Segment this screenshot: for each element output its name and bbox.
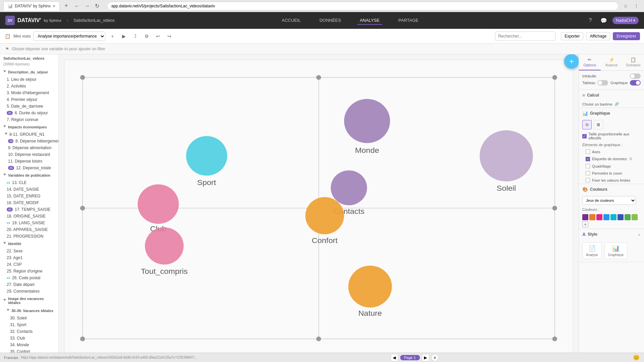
sidebar-item-dep-alim[interactable]: 9. Dépense alimentation [0,144,58,151]
color-swatch-1[interactable] [589,214,595,220]
sidebar-item-cle[interactable]: c113. CLE [0,179,58,186]
fab-add-button[interactable]: + [564,54,579,69]
color-swatch-4[interactable] [610,214,616,220]
project-breadcrumb[interactable]: SatisfactionLac_videos [73,18,115,23]
new-tab-button[interactable]: + [62,2,70,9]
zoom-checkbox[interactable] [586,171,590,175]
page-add-button[interactable]: + [431,354,439,361]
tableau-toggle[interactable] [597,80,608,85]
taille-prop-checkbox[interactable]: ✓ [582,134,587,138]
bookmark-button[interactable]: ☆ [621,2,630,10]
jeux-couleurs-select[interactable]: Jeux de couleurs [582,196,636,205]
color-swatch-2[interactable] [596,214,602,220]
redo-button[interactable]: ↪ [165,32,174,41]
graphique-toggle[interactable] [630,80,641,85]
sidebar-section-description[interactable]: Description_du_séjour [0,68,58,76]
nav-analyse[interactable]: ANALYSE [357,16,382,25]
settings-button[interactable]: ⚙ [142,32,151,41]
page-prev-button[interactable]: ◀ [391,354,398,361]
sidebar-item-commentaires[interactable]: 29. Commentaires [0,288,58,295]
sidebar-item-groupe[interactable]: 8-11. GROUPE_N1 [0,131,58,138]
sidebar-section-image[interactable]: Image des vacances idéales [0,295,58,307]
etiquette-checkbox[interactable]: ✓ [586,157,590,161]
user-badge[interactable]: NadiaCH ▾ [612,17,639,24]
sidebar-item-region-origine[interactable]: 25. Région d'origine [0,268,58,275]
sidebar-section-identite[interactable]: Identité [0,240,58,248]
address-bar[interactable] [107,2,619,10]
sidebar-item-lieu[interactable]: 1. Lieu de séjour [0,76,58,83]
search-input[interactable] [495,32,555,41]
sidebar-section-impacts[interactable]: Impacts économiques [0,123,58,131]
color-swatch-5[interactable] [618,214,624,220]
sidebar-item-duree[interactable]: 456. Durée du séjour [0,110,58,116]
couleurs-header[interactable]: 🎨 Couleurs [579,184,644,195]
axes-checkbox[interactable] [586,149,590,154]
sidebar-item-dep-totale[interactable]: 4512. Depense_totale [0,165,58,171]
exporter-button[interactable]: Exporter [561,32,583,40]
page-next-button[interactable]: ▶ [422,354,429,361]
color-swatch-6[interactable] [625,214,631,220]
reload-button[interactable]: ↻ [93,2,102,10]
quadrillage-checkbox[interactable] [586,164,590,168]
style-card-graphique[interactable]: 📊 Graphique [604,242,628,259]
sidebar-item-date-depart[interactable]: 27. Date départ [0,281,58,288]
nav-accueil[interactable]: ACCUEIL [279,16,303,25]
sidebar-item-hebergement[interactable]: 3. Mode d'hébergement [0,89,58,96]
share-button[interactable]: ⤴ [131,32,140,41]
tab-avance[interactable]: ⚡ Avancé [601,54,623,70]
sidebar-item-activites[interactable]: 2. Activités [0,83,58,89]
sidebar-item-code-postal[interactable]: c126. Code postal [0,275,58,281]
sidebar-item-date-enreg[interactable]: 15. DATE_ENREG [0,193,58,199]
sidebar-item-contacts[interactable]: 32. Contacts [0,328,58,335]
sidebar-section-vacances[interactable]: 30-39. Vacances idéales [0,307,58,315]
tab-scenario[interactable]: 📋 Scénario [622,54,644,70]
style-header[interactable]: A Style ↙ [579,229,644,240]
etiquette-gear[interactable]: ⚙ [629,157,633,161]
forward-button[interactable]: → [83,2,92,10]
affichage-button[interactable]: Affichage [586,32,610,40]
sidebar-item-appareil[interactable]: 20. APPAREIL_SAISIE [0,226,58,233]
sidebar-item-date-modif[interactable]: 16. DATE_MODIF [0,199,58,206]
valeurs-checkbox[interactable] [586,178,590,182]
sidebar-section-variables[interactable]: Variables de publication [0,171,58,179]
extensions-button[interactable]: ⋮ [632,2,641,10]
back-button[interactable]: ← [73,2,82,10]
add-analysis-button[interactable]: + [108,32,117,41]
sidebar-item-lang-saisie[interactable]: c119. LANG_SAISIE [0,220,58,226]
undo-button[interactable]: ↩ [154,32,162,41]
analysis-select[interactable]: Analyse importance/performance [33,32,105,41]
sidebar-item-origine-saisie[interactable]: 18. ORIGINE_SAISIE [0,213,58,220]
color-swatch-3[interactable] [603,214,609,220]
sidebar-item-club[interactable]: 33. Club [0,335,58,342]
chart-type-table[interactable]: ⊞ [594,120,603,129]
sidebar-item-monde[interactable]: 34. Monde [0,342,58,348]
style-card-analyse[interactable]: 📄 Analyse [582,242,602,259]
bareme-link-icon[interactable]: 🔗 [614,102,619,106]
tab-options[interactable]: ✏ Options [579,54,601,70]
sidebar-item-sport[interactable]: 31. Sport [0,321,58,328]
color-add-button[interactable]: + [582,221,588,227]
help-button[interactable]: ? [586,16,595,25]
sidebar-item-region-connue[interactable]: 7. Région connue [0,116,58,123]
color-swatch-0[interactable] [582,214,588,220]
color-swatch-7[interactable] [632,214,638,220]
sidebar-item-csp[interactable]: 24. CSP [0,261,58,268]
sidebar-item-dep-loisirs[interactable]: 11. Dépense loisirs [0,158,58,165]
sidebar-item-date-arrivee[interactable]: 5. Date_de_darrivee [0,103,58,110]
chart-type-scatter[interactable]: ⊙ [582,120,592,129]
sidebar-item-temps-saisie[interactable]: 4517. TEMPS_SAISIE [0,206,58,213]
sidebar-item-progression[interactable]: 21. PROGRESSION [0,233,58,240]
smiley-button[interactable]: 😊 [633,354,640,361]
sidebar-item-age[interactable]: 23. Age1 [0,254,58,261]
sidebar-item-dep-heberg[interactable]: 458. Dépense hébergement [0,138,58,144]
nav-donnees[interactable]: DONNÉES [317,16,343,25]
nav-partage[interactable]: PARTAGE [396,16,421,25]
play-button[interactable]: ▶ [119,32,128,41]
calcul-header[interactable]: ≡ Calcul [579,90,644,101]
infobulle-toggle[interactable] [630,73,641,79]
browser-tab[interactable]: 📊 DATAVIV' by Sphinx × [3,1,60,11]
views-label[interactable]: Mes vues [13,34,31,39]
sidebar-item-sejour[interactable]: 4. Premier séjour [0,96,58,103]
sidebar-item-dep-resto[interactable]: 10. Dépense restaurant [0,151,58,158]
enregistrer-button[interactable]: Enregistrer [613,32,640,40]
